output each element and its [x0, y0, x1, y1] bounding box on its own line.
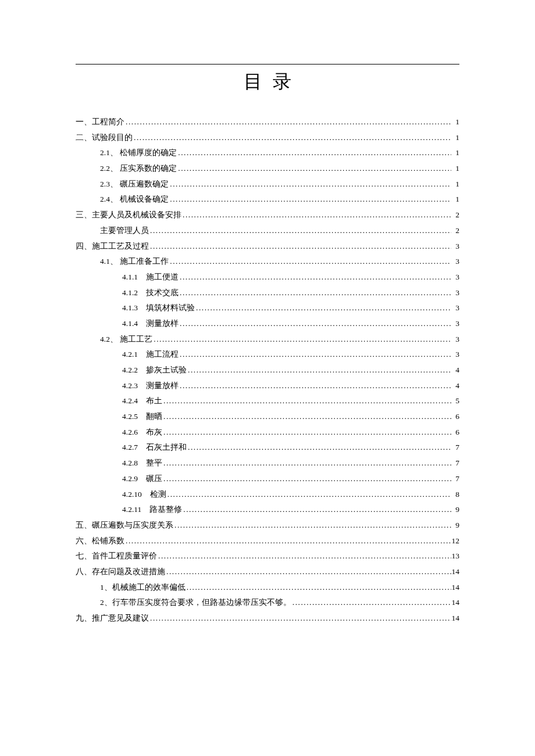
toc-entry-label: 4.2.9 碾压 — [122, 475, 162, 483]
toc-entry-label: 九、推广意见及建议 — [76, 614, 149, 622]
toc-entry[interactable]: 九、推广意见及建议14 — [76, 614, 459, 622]
page-title: 目录 — [76, 69, 459, 95]
toc-leader-dots — [162, 428, 451, 436]
table-of-contents: 一、工程简介1二、试验段目的12.1、 松铺厚度的确定12.2、 压实系数的确定… — [76, 118, 459, 622]
toc-entry-page: 7 — [451, 475, 459, 483]
toc-entry[interactable]: 四、施工工艺及过程3 — [76, 242, 459, 250]
toc-leader-dots — [149, 227, 451, 235]
toc-entry-label: 4.1.3 填筑材料试验 — [122, 304, 195, 312]
toc-entry-label: 4.2.5 翻晒 — [122, 413, 162, 421]
toc-entry-label: 4.2.6 布灰 — [122, 428, 162, 436]
toc-entry-page: 1 — [451, 134, 459, 142]
toc-entry-page: 6 — [451, 413, 459, 421]
toc-entry[interactable]: 2、行车带压实度符合要求，但路基边缘带压实不够。14 — [76, 599, 459, 607]
toc-entry[interactable]: 4.1、 施工准备工作3 — [76, 257, 459, 266]
toc-entry[interactable]: 八、存在问题及改进措施14 — [76, 568, 459, 576]
toc-entry-label: 4.1.1 施工便道 — [122, 273, 179, 281]
toc-entry[interactable]: 2.1、 松铺厚度的确定1 — [76, 149, 459, 157]
toc-entry[interactable]: 1、机械施工的效率偏低14 — [76, 583, 459, 592]
toc-leader-dots — [169, 180, 451, 188]
toc-entry-page: 6 — [451, 428, 459, 436]
toc-entry[interactable]: 七、首件工程质量评价13 — [76, 552, 459, 560]
toc-entry[interactable]: 4.2.10 检测8 — [76, 490, 459, 499]
toc-entry-label: 六、松铺系数 — [76, 537, 124, 545]
toc-entry-label: 2.1、 松铺厚度的确定 — [100, 149, 177, 157]
toc-entry-label: 三、主要人员及机械设备安排 — [76, 211, 181, 219]
toc-entry[interactable]: 4.2.8 整平7 — [76, 459, 459, 467]
toc-entry[interactable]: 2.2、 压实系数的确定1 — [76, 164, 459, 173]
toc-entry-label: 4.2.7 石灰土拌和 — [122, 443, 187, 452]
toc-entry-label: 4.2.1 施工流程 — [122, 350, 179, 359]
toc-entry-page: 14 — [451, 568, 459, 576]
toc-entry[interactable]: 4.2.1 施工流程3 — [76, 350, 459, 359]
toc-leader-dots — [166, 490, 451, 499]
toc-leader-dots — [179, 350, 451, 359]
toc-entry-page: 7 — [451, 459, 459, 467]
toc-entry-page: 3 — [451, 304, 459, 312]
toc-entry[interactable]: 4.2.5 翻晒6 — [76, 413, 459, 421]
toc-entry-page: 8 — [451, 490, 459, 499]
toc-entry-page: 4 — [451, 366, 459, 374]
toc-entry[interactable]: 一、工程简介1 — [76, 118, 459, 126]
toc-leader-dots — [179, 289, 451, 297]
toc-entry[interactable]: 4.2、 施工工艺3 — [76, 335, 459, 343]
toc-leader-dots — [177, 164, 451, 173]
toc-entry[interactable]: 4.2.4 布土5 — [76, 397, 459, 405]
toc-entry[interactable]: 4.1.2 技术交底3 — [76, 289, 459, 297]
toc-entry[interactable]: 4.2.9 碾压7 — [76, 475, 459, 483]
toc-entry-page: 4 — [451, 382, 459, 390]
toc-leader-dots — [157, 552, 451, 560]
toc-leader-dots — [169, 195, 451, 203]
toc-entry[interactable]: 五、碾压遍数与压实度关系9 — [76, 521, 459, 529]
toc-leader-dots — [149, 614, 451, 622]
toc-entry-label: 4.1.4 测量放样 — [122, 320, 179, 328]
toc-entry-label: 4.2.8 整平 — [122, 459, 162, 467]
toc-entry-page: 1 — [451, 118, 459, 126]
toc-entry[interactable]: 4.2.6 布灰6 — [76, 428, 459, 436]
toc-entry[interactable]: 4.1.4 测量放样3 — [76, 320, 459, 328]
toc-entry-page: 3 — [451, 257, 459, 266]
toc-entry[interactable]: 4.2.7 石灰土拌和7 — [76, 443, 459, 452]
toc-entry[interactable]: 六、松铺系数12 — [76, 537, 459, 545]
toc-entry[interactable]: 4.2.11 路基整修9 — [76, 506, 459, 514]
toc-entry-label: 4.2.11 路基整修 — [122, 506, 182, 514]
toc-entry-page: 3 — [451, 289, 459, 297]
document-page: 目录 一、工程简介1二、试验段目的12.1、 松铺厚度的确定12.2、 压实系数… — [0, 0, 535, 622]
toc-entry-label: 2.4、 机械设备确定 — [100, 195, 169, 203]
toc-entry-page: 13 — [451, 552, 459, 560]
toc-leader-dots — [133, 134, 451, 142]
toc-entry[interactable]: 2.4、 机械设备确定1 — [76, 195, 459, 203]
toc-entry-label: 五、碾压遍数与压实度关系 — [76, 521, 173, 529]
toc-entry[interactable]: 4.1.1 施工便道3 — [76, 273, 459, 281]
toc-entry-label: 二、试验段目的 — [76, 134, 133, 142]
toc-entry-label: 七、首件工程质量评价 — [76, 552, 157, 560]
toc-entry[interactable]: 2.3、 碾压遍数确定1 — [76, 180, 459, 188]
toc-leader-dots — [187, 443, 451, 452]
toc-entry[interactable]: 4.1.3 填筑材料试验3 — [76, 304, 459, 312]
toc-entry-page: 3 — [451, 242, 459, 250]
horizontal-rule — [76, 64, 459, 65]
toc-leader-dots — [162, 475, 451, 483]
toc-leader-dots — [165, 568, 451, 576]
toc-entry[interactable]: 4.2.3 测量放样4 — [76, 382, 459, 390]
toc-entry-label: 2.3、 碾压遍数确定 — [100, 180, 169, 188]
toc-entry-page: 9 — [451, 521, 459, 529]
toc-entry-page: 3 — [451, 273, 459, 281]
toc-leader-dots — [186, 583, 451, 592]
toc-entry-label: 四、施工工艺及过程 — [76, 242, 149, 250]
toc-entry-label: 主要管理人员 — [100, 227, 149, 235]
toc-entry-page: 5 — [451, 397, 459, 405]
toc-leader-dots — [152, 335, 451, 343]
toc-entry-label: 2、行车带压实度符合要求，但路基边缘带压实不够。 — [100, 599, 291, 607]
toc-entry-page: 3 — [451, 320, 459, 328]
toc-leader-dots — [181, 211, 451, 219]
toc-entry[interactable]: 主要管理人员2 — [76, 227, 459, 235]
toc-leader-dots — [162, 459, 451, 467]
toc-entry[interactable]: 4.2.2 掺灰土试验4 — [76, 366, 459, 374]
toc-entry-label: 4.2.3 测量放样 — [122, 382, 179, 390]
toc-entry-label: 4.2、 施工工艺 — [100, 335, 152, 343]
toc-entry-page: 2 — [451, 227, 459, 235]
toc-entry[interactable]: 二、试验段目的1 — [76, 134, 459, 142]
toc-entry[interactable]: 三、主要人员及机械设备安排2 — [76, 211, 459, 219]
toc-leader-dots — [173, 521, 451, 529]
